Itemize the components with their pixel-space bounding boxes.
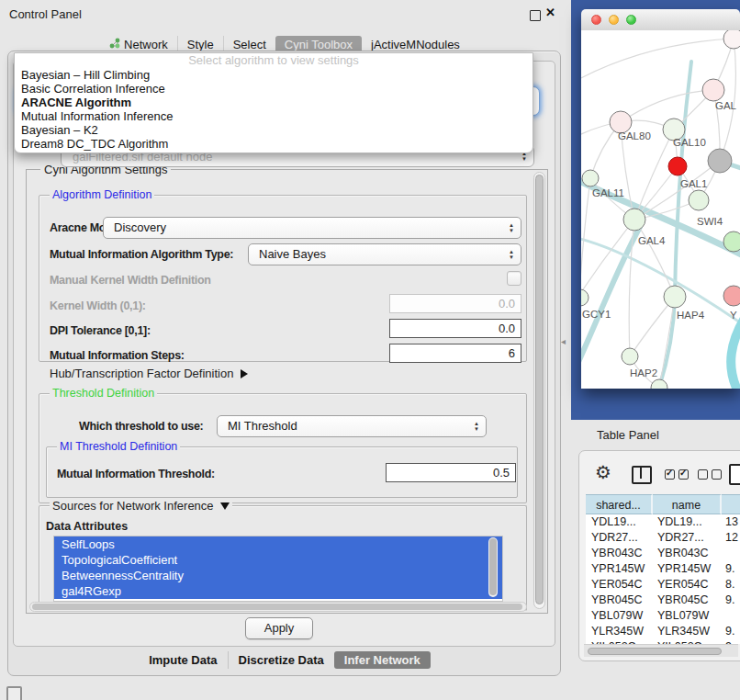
table-cell[interactable]: YDR27... [653, 530, 722, 546]
table-row[interactable]: YBR045CYBR045C9. [586, 593, 740, 608]
table-cell[interactable]: YPR145W [586, 561, 653, 577]
table-cell[interactable]: YDL19... [586, 514, 653, 530]
network-canvas[interactable]: GALGAL80GAL10GAL1GAL11SWI4GAL4GCY1HAP4YH… [581, 30, 740, 389]
table-cell[interactable]: YER054C [586, 577, 653, 593]
dropdown-item-mutual-information-inference[interactable]: Mutual Information Inference [15, 109, 533, 123]
network-graph[interactable]: GALGAL80GAL10GAL1GAL11SWI4GAL4GCY1HAP4YH… [581, 30, 740, 389]
table-cell[interactable]: YDL19... [653, 514, 722, 530]
settings-horizontal-scrollbar[interactable] [29, 602, 527, 612]
dropdown-item-dream8-dc-tdc-algorithm[interactable]: Dream8 DC_TDC Algorithm [15, 137, 533, 151]
network-node-y[interactable] [723, 286, 740, 306]
table-cell[interactable]: YBR045C [586, 593, 653, 608]
attribute-item-gal4rgexp[interactable]: gal4RGexp [54, 583, 502, 599]
file-icon[interactable] [729, 464, 740, 485]
attribute-item-topologicalcoefficient[interactable]: TopologicalCoefficient [54, 552, 502, 568]
table-cell[interactable]: YDR27... [586, 530, 653, 546]
list-scrollbar[interactable] [488, 537, 498, 597]
algorithm-dropdown-popup: Select algorithm to view settings Bayesi… [14, 52, 533, 153]
table-cell[interactable]: 9. [722, 561, 740, 577]
table-cell[interactable]: YBL079W [653, 608, 722, 624]
column-header-a[interactable]: A [722, 494, 740, 514]
kernel-width-field[interactable]: 0.0 [389, 294, 521, 313]
table-cell[interactable]: 9. [722, 624, 740, 639]
network-node-swi4[interactable] [723, 231, 740, 252]
table-cell[interactable]: YBR043C [653, 546, 722, 561]
network-node-gal[interactable] [702, 79, 724, 101]
network-node[interactable] [668, 157, 687, 175]
dropdown-item-bayesian-k2[interactable]: Bayesian – K2 [15, 123, 533, 137]
network-node[interactable] [723, 30, 740, 49]
network-node-hap2[interactable] [622, 348, 638, 365]
tab-discretize-data[interactable]: Discretize Data [228, 651, 334, 669]
hub-section-toggle[interactable]: Hub/Transcription Factor Definition [50, 367, 248, 380]
mi-threshold-field[interactable]: 0.5 [386, 463, 516, 482]
collapse-down-icon[interactable] [220, 502, 230, 510]
minimize-traffic-light-icon[interactable] [609, 15, 619, 25]
data-attributes-list[interactable]: SelfLoopsTopologicalCoefficientBetweenne… [53, 536, 503, 602]
table-row[interactable]: YPR145WYPR145W9. [586, 561, 740, 577]
mi-steps-field[interactable]: 6 [389, 344, 521, 363]
dropdown-item-basic-correlation-inference[interactable]: Basic Correlation Inference [15, 82, 533, 96]
table-cell[interactable]: 9. [722, 593, 740, 608]
table-cell[interactable]: YPR145W [653, 561, 722, 577]
table-cell[interactable]: YLR345W [586, 624, 653, 639]
aracne-mode-value: Discovery [114, 220, 166, 234]
scrollbar-thumb[interactable] [32, 604, 522, 610]
table-row[interactable]: YBL079WYBL079W [586, 608, 740, 624]
deselect-all-icon[interactable] [698, 469, 722, 480]
scrollbar-thumb[interactable] [535, 175, 544, 604]
table-cell[interactable]: 13 [722, 514, 740, 530]
network-node[interactable] [651, 379, 667, 389]
table-cell[interactable]: YLR345W [653, 624, 722, 639]
close-icon[interactable]: ✕ [545, 6, 555, 19]
network-node-gal1[interactable] [689, 190, 709, 210]
table-horizontal-scrollbar[interactable] [584, 644, 738, 657]
table-cell[interactable] [722, 546, 740, 561]
expand-right-icon[interactable] [241, 369, 248, 378]
network-node-gal11[interactable] [582, 170, 599, 186]
network-node-gal4[interactable] [623, 209, 645, 231]
select-all-icon[interactable] [665, 469, 689, 480]
table-row[interactable]: YBR043CYBR043C [586, 546, 740, 561]
apply-button[interactable]: Apply [245, 617, 313, 639]
network-node[interactable] [708, 149, 732, 173]
close-traffic-light-icon[interactable] [591, 15, 601, 25]
attribute-item-selfloops[interactable]: SelfLoops [54, 536, 502, 552]
table-cell[interactable]: YBR043C [586, 546, 653, 561]
manual-kernel-checkbox[interactable] [507, 271, 521, 286]
gear-icon[interactable]: ⚙ [595, 463, 611, 481]
table-cell[interactable]: 12 [722, 530, 740, 546]
table-row[interactable]: YDL19...YDL19...13 [586, 514, 740, 530]
table-cell[interactable]: 8. [722, 577, 740, 593]
network-node-hap4[interactable] [664, 286, 686, 308]
table-cell[interactable]: YBR045C [653, 593, 722, 608]
scrollbar-thumb[interactable] [588, 648, 722, 655]
column-header-name[interactable]: name [653, 494, 722, 514]
column-header-shared[interactable]: shared... [586, 494, 653, 514]
scrollbar-thumb[interactable] [489, 538, 497, 595]
tab-impute-data[interactable]: Impute Data [139, 651, 227, 669]
mi-type-combo[interactable]: Naive Bayes [248, 243, 521, 265]
which-threshold-combo[interactable]: MI Threshold [217, 415, 487, 437]
table-cell[interactable]: YER054C [653, 577, 722, 593]
network-node-gcy1[interactable] [581, 289, 589, 306]
dpi-tolerance-field[interactable]: 0.0 [389, 319, 521, 338]
table-row[interactable]: YLR345WYLR345W9. [586, 624, 740, 639]
network-window-titlebar[interactable] [581, 9, 740, 31]
panel-collapse-icon[interactable]: ◂ [561, 336, 566, 346]
table-cell[interactable]: YBL079W [586, 608, 653, 624]
table-row[interactable]: YDR27...YDR27...12 [586, 530, 740, 546]
collapsed-panel-icon[interactable] [6, 686, 22, 700]
sources-toggle[interactable]: Sources for Network Inference [50, 499, 232, 513]
zoom-traffic-light-icon[interactable] [626, 15, 636, 25]
float-window-icon[interactable] [530, 10, 541, 21]
settings-vertical-scrollbar[interactable] [533, 172, 545, 609]
aracne-mode-combo[interactable]: Discovery [103, 217, 521, 239]
columns-icon[interactable] [632, 466, 652, 484]
table-cell[interactable] [722, 608, 740, 624]
dropdown-item-aracne-algorithm[interactable]: ARACNE Algorithm [15, 96, 533, 109]
dropdown-item-bayesian-hill-climbing[interactable]: Bayesian – Hill Climbing [15, 68, 533, 82]
table-row[interactable]: YER054CYER054C8. [586, 577, 740, 593]
tab-infer-network[interactable]: Infer Network [334, 651, 431, 669]
attribute-item-betweennesscentrality[interactable]: BetweennessCentrality [54, 568, 502, 583]
